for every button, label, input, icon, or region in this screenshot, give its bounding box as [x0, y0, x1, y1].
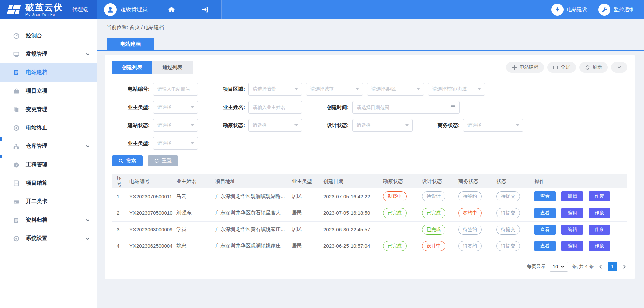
calendar-icon[interactable]	[450, 104, 456, 111]
status-badge: 勘察中	[383, 191, 407, 201]
total-label: 条, 共 4 条	[572, 264, 594, 270]
user-menu[interactable]: 超级管理员	[97, 0, 154, 19]
void-button[interactable]: 作废	[589, 225, 610, 235]
settings-icon	[13, 235, 20, 242]
table-row: 2 YX2023070500010 刘强东 广东深圳龙华区黄石镇星官大... 居…	[112, 205, 627, 221]
sidebar-item-data-archive[interactable]: 资料归档	[0, 211, 97, 229]
lightning-icon	[554, 6, 561, 13]
target-icon	[13, 125, 20, 131]
tab-passed-list[interactable]: 通过列表	[152, 61, 193, 74]
fullscreen-button[interactable]: 全屏	[547, 62, 576, 73]
void-button[interactable]: 作废	[589, 208, 610, 218]
prev-page-button[interactable]	[598, 264, 604, 270]
sidebar-item-station-archive[interactable]: 电站建档	[0, 63, 97, 82]
business-status-label: 商务状态:	[422, 122, 460, 129]
page-tab-station-archive[interactable]: 电站建档	[107, 38, 154, 50]
wrench-icon	[601, 6, 608, 13]
speedometer-icon	[13, 162, 20, 168]
village-select[interactable]: 请选择村镇/街道	[428, 83, 485, 96]
col-created: 创建日期	[321, 174, 381, 188]
owner-type-select[interactable]: 请选择	[153, 101, 198, 114]
status-badge: 待提交	[496, 225, 520, 235]
view-button[interactable]: 查看	[534, 225, 556, 235]
view-button[interactable]: 查看	[534, 208, 556, 218]
breadcrumb-prefix: 当前位置:	[107, 24, 128, 30]
pagination: 每页显示 10 条, 共 4 条 1	[112, 262, 627, 272]
sidebar-item-class2-card[interactable]: 开二类卡	[0, 192, 97, 211]
edit-button[interactable]: 编辑	[561, 191, 583, 201]
nav-monitor-ops[interactable]: 监控运维	[598, 4, 634, 16]
sidebar-scrollbar[interactable]	[0, 155, 2, 158]
survey-status-select[interactable]: 请选择	[248, 119, 302, 132]
user-name: 超级管理员	[121, 6, 148, 13]
owner-name-label: 业主姓名:	[207, 104, 245, 111]
station-code-input[interactable]	[153, 83, 198, 96]
business-status-select[interactable]: 请选择	[463, 119, 523, 132]
sidebar-item-station-terminate[interactable]: 电站终止	[0, 119, 97, 137]
void-button[interactable]: 作废	[589, 191, 610, 201]
status-badge: 已完成	[383, 208, 407, 218]
sidebar-item-dashboard[interactable]: 控制台	[0, 26, 97, 45]
owner-type2-select[interactable]: 请选择	[153, 137, 198, 150]
collapse-button[interactable]	[611, 62, 627, 73]
sidebar-item-warehouse-mgmt[interactable]: 仓库管理	[0, 137, 97, 156]
edit-button[interactable]: 编辑	[561, 225, 583, 235]
document-icon	[13, 69, 20, 76]
sidebar-item-project-settlement[interactable]: 项目结算	[0, 174, 97, 192]
caret-down-icon	[191, 142, 194, 144]
caret-down-icon	[294, 88, 298, 90]
search-button[interactable]: 搜索	[112, 155, 143, 166]
county-select[interactable]: 请选择县/区	[367, 83, 424, 96]
edit-button[interactable]: 编辑	[561, 241, 583, 251]
calculator-icon	[13, 180, 20, 187]
sidebar-item-engineering-mgmt[interactable]: 工程管理	[0, 156, 97, 174]
sidebar-item-system-settings[interactable]: 系统设置	[0, 229, 97, 248]
owner-type2-label: 业主类型:	[112, 140, 150, 147]
per-page-select[interactable]: 10	[550, 262, 568, 272]
tab-create-list[interactable]: 创建列表	[112, 61, 152, 74]
caret-down-icon	[356, 88, 359, 90]
date-range-input[interactable]	[352, 101, 460, 114]
toolbar: 电站建档 全屏	[506, 62, 627, 73]
user-icon	[106, 6, 114, 14]
avatar	[104, 3, 117, 16]
home-button[interactable]	[154, 0, 189, 19]
brand-logo-icon	[7, 3, 21, 16]
chevron-down-icon	[85, 52, 90, 57]
design-status-label: 设计状态:	[311, 122, 349, 129]
refresh-button[interactable]: 刷新	[579, 62, 608, 73]
sidebar-item-general-mgmt[interactable]: 常规管理	[0, 45, 97, 63]
city-select[interactable]: 请选择城市	[306, 83, 363, 96]
view-button[interactable]: 查看	[534, 191, 556, 201]
design-status-select[interactable]: 请选择	[352, 119, 413, 132]
void-button[interactable]: 作废	[589, 241, 610, 251]
view-button[interactable]: 查看	[534, 241, 556, 251]
caret-down-icon	[405, 124, 409, 126]
create-station-button[interactable]: 电站建档	[506, 62, 544, 73]
next-page-button[interactable]	[621, 264, 627, 270]
edit-button[interactable]: 编辑	[561, 208, 583, 218]
status-badge: 签约中	[458, 208, 482, 218]
brand-subtitle: Po Jian Yun Fu	[25, 13, 63, 16]
gauge-icon	[13, 33, 20, 39]
caret-down-icon	[191, 106, 194, 108]
col-status: 状态	[494, 174, 532, 188]
content-card: 创建列表 通过列表 电站建档 全屏	[105, 55, 635, 279]
reset-button[interactable]: 重置	[148, 155, 178, 166]
sidebar-item-project-initiation[interactable]: 项目立项	[0, 82, 97, 100]
owner-name-input[interactable]	[248, 101, 302, 114]
sidebar-item-change-mgmt[interactable]: 变更管理	[0, 100, 97, 119]
brand-logo: 破茧云伏 Po Jian Yun Fu 代理端	[0, 0, 97, 19]
caret-down-icon	[560, 265, 565, 269]
page-number-active[interactable]: 1	[608, 262, 617, 271]
province-select[interactable]: 请选择省份	[248, 83, 302, 96]
status-badge: 已完成	[422, 225, 445, 235]
refresh-icon	[585, 65, 590, 70]
nav-station-build[interactable]: 电站建设	[551, 4, 587, 16]
create-time-label: 创建时间:	[311, 104, 349, 111]
build-status-select[interactable]: 请选择	[153, 119, 198, 132]
sidebar-scrollbar[interactable]	[0, 137, 2, 141]
logout-button[interactable]	[189, 0, 222, 19]
status-badge: 待设计	[422, 191, 445, 201]
col-actions: 操作	[532, 174, 627, 188]
